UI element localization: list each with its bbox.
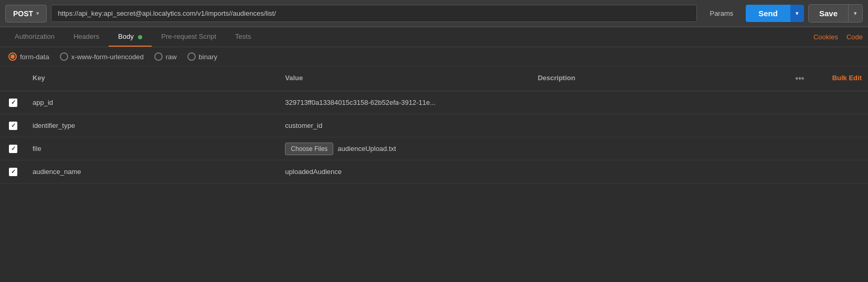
tab-bar: Authorization Headers Body Pre-request S… [0,27,868,47]
dots-audience-name [784,169,816,175]
choose-files-button[interactable]: Choose Files [285,143,333,155]
key-app-id: app_id [26,95,279,110]
header-checkbox-col [0,71,26,86]
tab-authorization[interactable]: Authorization [5,27,64,47]
checkbox-audience-name[interactable] [0,165,26,179]
extra-identifier-type [816,123,868,129]
tab-bar-left: Authorization Headers Body Pre-request S… [5,27,260,47]
checkbox-icon-identifier-type[interactable] [9,122,17,130]
radio-circle-x-www [60,52,68,61]
send-button[interactable]: Send [746,5,790,22]
radio-label-raw: raw [166,53,177,61]
form-data-table: Key Value Description ••• Bulk Edit app_… [0,67,868,183]
checkbox-identifier-type[interactable] [0,118,26,133]
file-name: audienceUpload.txt [337,145,396,153]
dots-app-id [784,100,816,106]
description-audience-name [532,169,784,175]
description-file [532,146,784,152]
table-row: file Choose Files audienceUpload.txt [0,137,868,160]
radio-label-x-www: x-www-form-urlencoded [71,53,144,61]
checkbox-icon-file[interactable] [9,145,17,153]
description-identifier-type [532,123,784,129]
header-key-col: Key [26,71,279,86]
save-dropdown-button[interactable]: ▾ [848,5,862,22]
extra-file [816,146,868,152]
value-app-id: 329713ff0a13384015c3158-62b52efa-3912-11… [279,95,531,110]
tab-body[interactable]: Body [109,27,152,47]
tab-pre-request-script[interactable]: Pre-request Script [152,27,226,47]
dots-file [784,146,816,152]
description-app-id [532,100,784,106]
table-row: identifier_type customer_id [0,114,868,137]
checkbox-icon-app-id[interactable] [9,99,17,107]
radio-x-www-form-urlencoded[interactable]: x-www-form-urlencoded [60,52,144,61]
checkbox-icon-audience-name[interactable] [9,168,17,176]
table-row: audience_name uploadedAudience [0,160,868,183]
url-input[interactable] [51,5,697,22]
method-label: POST [13,9,33,18]
save-button-group: Save ▾ [808,4,863,23]
save-button[interactable]: Save [809,5,848,22]
radio-label-binary: binary [199,53,217,61]
params-button[interactable]: Params [701,5,742,21]
body-type-bar: form-data x-www-form-urlencoded raw bina… [0,47,868,67]
key-identifier-type: identifier_type [26,118,279,133]
header-description-col: Description [532,71,784,86]
dots-identifier-type [784,123,816,129]
key-audience-name: audience_name [26,165,279,179]
body-active-dot [138,35,142,39]
radio-circle-binary [187,52,196,61]
value-file: Choose Files audienceUpload.txt [279,139,531,158]
checkbox-app-id[interactable] [0,95,26,110]
code-link[interactable]: Code [846,33,863,41]
bulk-edit-button[interactable]: Bulk Edit [816,71,868,86]
radio-label-form-data: form-data [20,53,49,61]
send-dropdown-button[interactable]: ▾ [790,5,804,22]
radio-circle-form-data [8,52,17,61]
cookies-link[interactable]: Cookies [813,33,838,41]
header-dots-col[interactable]: ••• [784,71,816,86]
table-header: Key Value Description ••• Bulk Edit [0,67,868,91]
radio-binary[interactable]: binary [187,52,217,61]
value-audience-name: uploadedAudience [279,165,531,179]
method-button[interactable]: POST ▾ [5,5,47,23]
radio-form-data[interactable]: form-data [8,52,49,61]
tab-tests[interactable]: Tests [226,27,260,47]
radio-raw[interactable]: raw [154,52,177,61]
table-row: app_id 329713ff0a13384015c3158-62b52efa-… [0,91,868,114]
tab-bar-right: Cookies Code [813,33,863,41]
checkbox-file[interactable] [0,142,26,156]
radio-circle-raw [154,52,163,61]
extra-app-id [816,100,868,106]
tab-headers[interactable]: Headers [64,27,109,47]
send-button-group: Send ▾ [746,5,804,22]
header-value-col: Value [279,71,531,86]
method-chevron-icon: ▾ [36,10,39,16]
value-identifier-type: customer_id [279,118,531,133]
extra-audience-name [816,169,868,175]
top-bar: POST ▾ Params Send ▾ Save ▾ [0,0,868,27]
key-file: file [26,142,279,156]
